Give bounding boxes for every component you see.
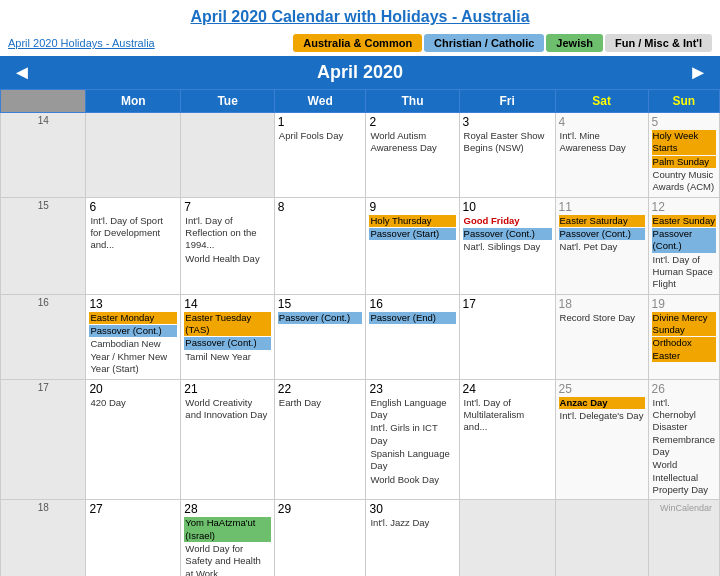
cell-apr4: 4 Int'l. Mine Awareness Day [555,113,648,198]
week-num-15: 15 [1,197,86,294]
cell-may3: WinCalendar [648,500,719,576]
week-num-16: 16 [1,294,86,379]
cell-apr7: 7 Int'l. Day of Reflection on the 1994..… [181,197,275,294]
cell-apr16: 16 Passover (End) [366,294,459,379]
cell-apr12: 12 Easter Sunday Passover (Cont.) Int'l.… [648,197,719,294]
next-month-button[interactable]: ► [688,61,708,84]
page-title: April 2020 Calendar with Holidays - Aust… [0,0,720,30]
cell-may1 [459,500,555,576]
tab-fun[interactable]: Fun / Misc & Int'l [605,34,712,52]
cell-apr25: 25 Anzac Day Int'l. Delegate's Day [555,379,648,500]
cell-apr9: 9 Holy Thursday Passover (Start) [366,197,459,294]
col-thu: Thu [366,90,459,113]
col-mon: Mon [86,90,181,113]
cell-apr15: 15 Passover (Cont.) [274,294,366,379]
cell-apr23: 23 English Language Day Int'l. Girls in … [366,379,459,500]
cell-apr8: 8 [274,197,366,294]
col-tue: Tue [181,90,275,113]
month-title: April 2020 [317,62,403,83]
subtitle-link[interactable]: April 2020 Holidays - Australia [8,37,293,49]
tab-australia[interactable]: Australia & Common [293,34,422,52]
cell-apr28: 28 Yom HaAtzma'ut (Israel) World Day for… [181,500,275,576]
col-sun: Sun [648,90,719,113]
week-num-header [1,90,86,113]
col-sat: Sat [555,90,648,113]
cell-apr2: 2 World Autism Awareness Day [366,113,459,198]
tab-buttons: Australia & Common Christian / Catholic … [293,34,712,52]
cell-apr10: 10 Good Friday Passover (Cont.) Nat'l. S… [459,197,555,294]
cell-apr11: 11 Easter Saturday Passover (Cont.) Nat'… [555,197,648,294]
cell-apr19: 19 Divine Mercy Sunday Orthodox Easter [648,294,719,379]
prev-month-button[interactable]: ◄ [12,61,32,84]
col-wed: Wed [274,90,366,113]
cell-apr17: 17 [459,294,555,379]
cell-apr13: 13 Easter Monday Passover (Cont.) Cambod… [86,294,181,379]
cell-mar31 [181,113,275,198]
week-num-17: 17 [1,379,86,500]
cell-may2 [555,500,648,576]
week-num-18: 18 [1,500,86,576]
cell-apr3: 3 Royal Easter Show Begins (NSW) [459,113,555,198]
cell-apr6: 6 Int'l. Day of Sport for Development an… [86,197,181,294]
cell-apr18: 18 Record Store Day [555,294,648,379]
tab-christian[interactable]: Christian / Catholic [424,34,544,52]
week-num-14: 14 [1,113,86,198]
nav-header: ◄ April 2020 ► [0,56,720,89]
tab-jewish[interactable]: Jewish [546,34,603,52]
cell-apr1: 1 April Fools Day [274,113,366,198]
cell-apr24: 24 Int'l. Day of Multilateralism and... [459,379,555,500]
cell-apr29: 29 [274,500,366,576]
cell-apr20: 20 420 Day [86,379,181,500]
col-fri: Fri [459,90,555,113]
cell-apr27: 27 [86,500,181,576]
cell-apr26: 26 Int'l. Chernobyl Disaster Remembrance… [648,379,719,500]
cell-apr14: 14 Easter Tuesday (TAS) Passover (Cont.)… [181,294,275,379]
cell-apr30: 30 Int'l. Jazz Day [366,500,459,576]
cell-apr5: 5 Holy Week Starts Palm Sunday Country M… [648,113,719,198]
cell-mar30 [86,113,181,198]
cell-apr22: 22 Earth Day [274,379,366,500]
cell-apr21: 21 World Creativity and Innovation Day [181,379,275,500]
